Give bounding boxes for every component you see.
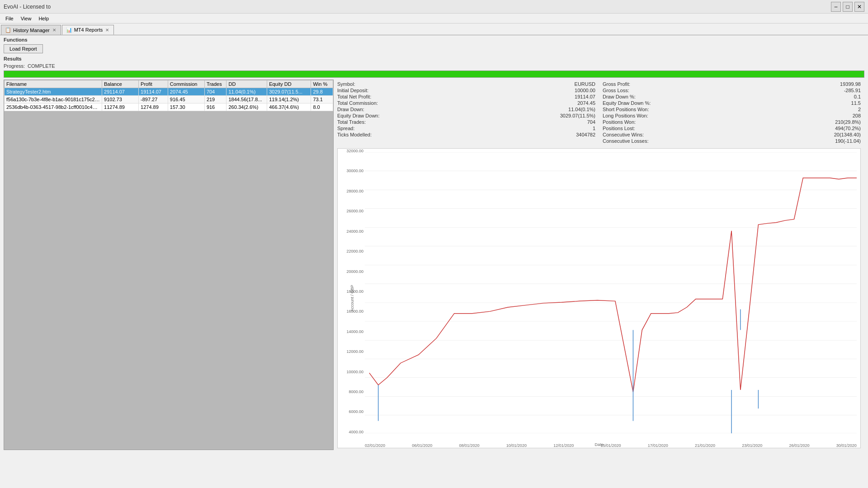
- y-axis-label: 30000.00: [346, 169, 363, 173]
- maximize-button[interactable]: □: [843, 2, 853, 12]
- stat-label: Ticks Modelled:: [337, 132, 372, 137]
- x-axis-label: 23/01/2020: [742, 443, 762, 448]
- y-axis-label: 10000.00: [346, 370, 363, 374]
- stat-label: Consecutive Wins:: [603, 132, 644, 137]
- progress-bar: [4, 71, 864, 77]
- stat-label: Long Positions Won:: [603, 113, 648, 118]
- progress-value: COMPLETE: [28, 63, 55, 69]
- stat-value: 208: [853, 113, 861, 118]
- chart-inner: [365, 152, 857, 433]
- stat-row: Initial Deposit:10000.00: [337, 88, 595, 93]
- stats-area: Symbol:EURUSDInitial Deposit:10000.00Tot…: [337, 81, 861, 145]
- x-axis-label: 06/01/2020: [412, 443, 432, 448]
- table-row[interactable]: f56a130c-7b3e-4f8e-b1ac-90181c175c2a.htm…: [5, 96, 333, 103]
- x-axis-label: 21/01/2020: [695, 443, 715, 448]
- y-axis-label: 12000.00: [346, 349, 363, 354]
- load-report-button[interactable]: Load Report: [4, 44, 43, 53]
- menu-help[interactable]: Help: [35, 15, 52, 22]
- table-cell: 11.04(0.1%): [226, 88, 267, 96]
- left-panel: Filename Balance Profit Commission Trade…: [4, 80, 334, 450]
- tab-mt4-reports[interactable]: 📊 MT4 Reports ✕: [62, 25, 114, 35]
- stat-row: Consecutive Losses:190(-11.04): [603, 138, 861, 144]
- table-cell: 29.8: [311, 88, 333, 96]
- stat-value: EURUSD: [575, 81, 595, 87]
- table-cell: 260.34(2.6%): [226, 103, 267, 111]
- x-axis-label: 26/01/2020: [789, 443, 810, 448]
- table-row[interactable]: StrategyTester2.htm29114.0719114.072074.…: [5, 88, 333, 96]
- y-axis-label: 18000.00: [346, 289, 363, 294]
- menu-bar: File View Help: [0, 14, 868, 23]
- minimize-button[interactable]: –: [831, 2, 841, 12]
- stat-row: Draw Down:11.04(0.1%): [337, 107, 595, 112]
- table-cell: 11274.89: [102, 103, 139, 111]
- menu-view[interactable]: View: [17, 15, 35, 22]
- table-cell: 916.45: [168, 96, 204, 103]
- stat-label: Equity Draw Down:: [337, 113, 380, 118]
- x-axis-labels: 02/01/202006/01/202008/01/202010/01/2020…: [365, 443, 857, 448]
- stat-value: 210(29.8%): [835, 119, 861, 125]
- table-cell: 73.1: [311, 96, 333, 103]
- stat-value: 19114.07: [575, 94, 595, 99]
- x-axis-label: 10/01/2020: [506, 443, 527, 448]
- menu-file[interactable]: File: [2, 15, 17, 22]
- balance-line: [369, 178, 857, 392]
- table-cell: 157.30: [168, 103, 204, 111]
- history-manager-tab-close[interactable]: ✕: [52, 28, 57, 33]
- stat-label: Total Trades:: [337, 119, 366, 125]
- stat-value: 704: [587, 119, 595, 125]
- stat-label: Symbol:: [337, 81, 355, 87]
- stat-value: 20(1348.40): [834, 132, 861, 137]
- close-button[interactable]: ✕: [854, 2, 864, 12]
- stat-value: 19399.98: [840, 81, 861, 87]
- stat-label: Short Positions Won:: [603, 107, 649, 112]
- stat-row: Long Positions Won:208: [603, 113, 861, 118]
- y-axis-labels: 32000.0030000.0028000.0026000.0024000.00…: [339, 149, 363, 434]
- stat-row: Symbol:EURUSD: [337, 81, 595, 87]
- stat-row: Ticks Modelled:3404782: [337, 132, 595, 137]
- x-axis-label: 12/01/2020: [553, 443, 574, 448]
- x-axis-label: 15/01/2020: [600, 443, 621, 448]
- history-manager-tab-icon: 📋: [5, 27, 11, 33]
- table-cell: f56a130c-7b3e-4f8e-b1ac-90181c175c2a.htm: [5, 96, 102, 103]
- y-axis-label: 4000.00: [349, 430, 363, 434]
- chart-svg: [365, 152, 857, 433]
- table-cell: 19114.07: [139, 88, 168, 96]
- main-area: Functions Load Report Results Progress: …: [0, 35, 868, 452]
- file-table: Filename Balance Profit Commission Trade…: [4, 80, 333, 111]
- mt4-reports-tab-icon: 📊: [66, 27, 72, 33]
- stat-row: Total Trades:704: [337, 119, 595, 125]
- stat-row: Draw Down %:0.1: [603, 94, 861, 99]
- stat-label: Positions Lost:: [603, 126, 635, 131]
- table-cell: 8.0: [311, 103, 333, 111]
- stats-col-1: Symbol:EURUSDInitial Deposit:10000.00Tot…: [337, 81, 595, 145]
- x-axis-label: 08/01/2020: [459, 443, 480, 448]
- stat-row: Spread:1: [337, 126, 595, 131]
- results-section: Results Progress: COMPLETE: [4, 56, 864, 78]
- col-filename: Filename: [5, 80, 102, 88]
- stat-label: Equity Draw Down %:: [603, 100, 651, 106]
- table-cell: 1844.56(17.8...: [226, 96, 267, 103]
- table-cell: -897.27: [139, 96, 168, 103]
- table-row[interactable]: 2536db4b-0363-4517-98b2-1cff0010c439.htm…: [5, 103, 333, 111]
- y-axis-label: 8000.00: [349, 389, 363, 394]
- stat-label: Total Commission:: [337, 100, 378, 106]
- tab-history-manager[interactable]: 📋 History Manager ✕: [1, 25, 61, 35]
- col-commission: Commission: [168, 80, 204, 88]
- col-equity-dd: Equity DD: [267, 80, 311, 88]
- col-profit: Profit: [139, 80, 168, 88]
- table-cell: 119.14(1.2%): [267, 96, 311, 103]
- table-cell: 2536db4b-0363-4517-98b2-1cff0010c439.htm: [5, 103, 102, 111]
- stat-value: 0.1: [854, 94, 861, 99]
- title-bar: EvoAI - Licensed to – □ ✕: [0, 0, 868, 14]
- stats-col-2: Gross Profit:19399.98Gross Loss:-285.91D…: [603, 81, 861, 145]
- history-manager-tab-label: History Manager: [13, 28, 50, 33]
- stat-row: Equity Draw Down %:11.5: [603, 100, 861, 106]
- right-panel: Symbol:EURUSDInitial Deposit:10000.00Tot…: [334, 80, 864, 450]
- content-area: Filename Balance Profit Commission Trade…: [4, 80, 864, 450]
- stat-value: 190(-11.04): [835, 138, 861, 144]
- mt4-reports-tab-close[interactable]: ✕: [104, 28, 110, 33]
- stat-row: Total Commission:2074.45: [337, 100, 595, 106]
- stat-label: Total Net Profit:: [337, 94, 371, 99]
- window-title: EvoAI - Licensed to: [4, 4, 51, 10]
- x-axis-title: Date: [594, 442, 603, 447]
